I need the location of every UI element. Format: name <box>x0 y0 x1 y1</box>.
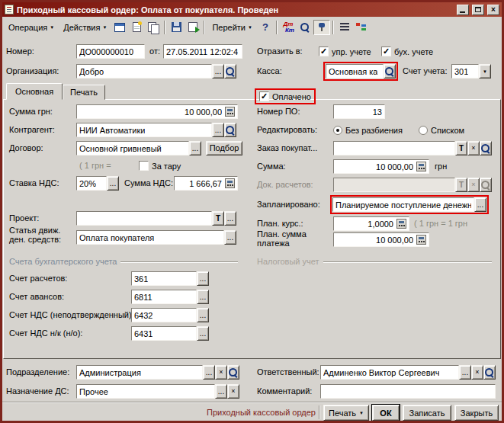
copy-icon <box>148 22 159 33</box>
account-dropdown-button[interactable]: ▼ <box>479 64 491 79</box>
choose-button[interactable]: ... <box>203 365 215 380</box>
kassa-label: Касса: <box>257 64 282 79</box>
date-input[interactable]: 27.05.2011 12:02:4 <box>163 44 242 59</box>
date-label: от: <box>149 44 160 59</box>
check-icon: ✓ <box>320 47 327 56</box>
actions-menu-button[interactable]: Действия▼ <box>59 19 111 36</box>
list-icon <box>340 23 349 31</box>
lookup-button[interactable] <box>224 64 236 79</box>
window-title: Приходный кассовый ордер: Оплата от поку… <box>17 5 454 14</box>
print-button[interactable]: Печать▼ <box>323 405 369 421</box>
copy-button[interactable] <box>145 20 162 35</box>
open-form-button[interactable] <box>111 20 128 35</box>
reflect-label: Отразить в: <box>257 44 303 59</box>
titlebar: Приходный кассовый ордер: Оплата от поку… <box>2 2 502 17</box>
planned-operation-input[interactable]: Планируемое поступление денежны <box>332 197 474 212</box>
paid-checkbox[interactable]: ✓ <box>259 91 269 101</box>
dropdown-arrow-icon: ▼ <box>248 25 252 30</box>
department-label: Подразделение: <box>6 365 69 380</box>
magnifier-icon <box>300 23 310 32</box>
number-label: Номер: <box>6 44 34 59</box>
pin-button[interactable] <box>313 20 330 35</box>
buh-uchet-checkbox[interactable]: ✓ <box>381 46 391 56</box>
highlight-paid: ✓ Оплачено <box>255 88 316 104</box>
choose-button[interactable]: ... <box>474 197 486 212</box>
minimize-button[interactable] <box>457 5 469 15</box>
organization-input[interactable]: Добро <box>76 64 212 79</box>
highlight-planned: Планируемое поступление денежны ... <box>330 195 489 214</box>
dropdown-arrow-icon: ▼ <box>102 25 107 30</box>
lookup-button[interactable] <box>483 365 496 380</box>
tab-osnovnaya[interactable]: Основная <box>6 83 63 100</box>
clear-button[interactable]: × <box>471 365 483 380</box>
responsible-label: Ответственный: <box>257 365 319 380</box>
help-button[interactable]: ? <box>257 20 274 35</box>
new-document-button[interactable] <box>128 20 145 35</box>
check-icon: ✓ <box>261 92 268 101</box>
toolbar-separator <box>332 21 334 34</box>
document-icon <box>5 5 14 14</box>
help-icon: ? <box>262 21 268 33</box>
save-icon <box>172 22 181 32</box>
department-input[interactable]: Администрация <box>76 365 203 380</box>
magnifier-icon <box>485 368 494 377</box>
structure-icon <box>356 23 367 32</box>
ok-button[interactable]: ОК <box>372 405 400 421</box>
footer-vsep <box>319 405 320 419</box>
form-icon <box>114 23 125 32</box>
dropdown-arrow-icon: ▼ <box>50 25 54 30</box>
save-record-button[interactable]: Записать <box>403 405 451 421</box>
tab-pechat[interactable]: Печать <box>63 85 105 100</box>
maximize-icon <box>475 7 481 12</box>
dropdown-arrow-icon: ▼ <box>359 411 364 415</box>
account-label: Счет учета: <box>403 64 447 79</box>
upr-uchet-checkbox[interactable]: ✓ <box>319 46 329 56</box>
dtkt-button[interactable]: ДтКт <box>280 20 297 35</box>
organization-label: Организация: <box>6 64 59 79</box>
minimize-icon <box>460 11 465 13</box>
post-button[interactable] <box>185 20 201 35</box>
clear-button[interactable]: × <box>227 384 239 399</box>
lookup-button[interactable] <box>227 365 239 380</box>
section-line <box>120 261 238 263</box>
buh-uchet-label: бух. учете <box>394 47 433 56</box>
paid-label: Оплачено <box>272 92 311 101</box>
tab-panel <box>3 99 501 359</box>
number-input[interactable]: ДО000000010 <box>76 44 145 59</box>
tax-section: Налоговый учет <box>257 257 492 266</box>
magnifier-icon <box>226 67 235 76</box>
toolbar-separator <box>164 21 165 34</box>
footer-separator <box>2 402 502 403</box>
purpose-input[interactable]: Прочее <box>76 384 215 399</box>
upr-uchet-label: упр. учете <box>332 47 371 56</box>
new-document-icon <box>133 22 141 32</box>
doc-type-label: Приходный кассовый ордер <box>201 405 316 421</box>
choose-button[interactable]: ... <box>212 64 224 79</box>
clear-button[interactable]: × <box>215 365 227 380</box>
toolbar: Операция▼ Действия▼ Перейти▼ ? ДтКт <box>2 17 502 37</box>
responsible-input[interactable]: Админенко Виктор Сергеевич <box>320 365 459 380</box>
list-button[interactable] <box>336 20 353 35</box>
choose-button[interactable]: ... <box>215 384 227 399</box>
find-button[interactable] <box>297 20 313 35</box>
purpose-label: Назначение ДС: <box>6 384 69 399</box>
highlight-kassa: Основная ка <box>323 62 398 81</box>
lookup-button[interactable] <box>384 64 396 79</box>
account-input[interactable]: 301 <box>451 64 479 79</box>
document-window: Приходный кассовый ордер: Оплата от поку… <box>0 0 504 423</box>
structure-button[interactable] <box>353 20 370 35</box>
comment-input[interactable] <box>320 384 496 399</box>
kassa-input[interactable]: Основная ка <box>326 64 384 79</box>
magnifier-icon <box>229 368 238 377</box>
magnifier-icon <box>385 67 394 76</box>
toolbar-separator <box>204 21 205 34</box>
section-line <box>323 261 492 263</box>
maximize-button[interactable] <box>472 5 484 15</box>
save-button[interactable] <box>168 20 185 35</box>
close-window-button[interactable]: Закрыть <box>454 405 499 421</box>
goto-menu-button[interactable]: Перейти▼ <box>207 19 257 36</box>
close-button[interactable]: × <box>487 5 499 15</box>
check-icon: ✓ <box>383 47 390 56</box>
operation-menu-button[interactable]: Операция▼ <box>4 19 59 36</box>
choose-button[interactable]: ... <box>459 365 471 380</box>
